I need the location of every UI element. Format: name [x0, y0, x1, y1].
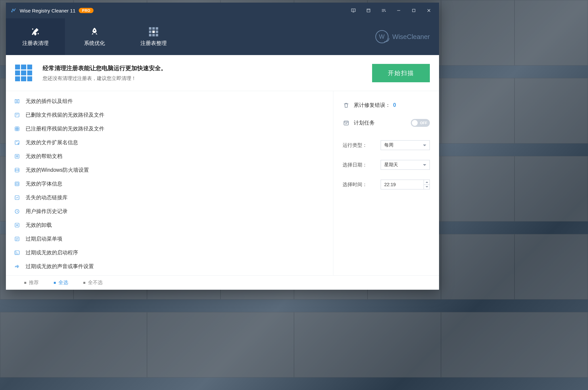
- svg-point-7: [32, 29, 33, 29]
- list-item[interactable]: 无效的字体信息: [6, 177, 333, 191]
- item-label: 无效的卸载: [26, 222, 52, 229]
- minimize-icon[interactable]: [391, 3, 406, 18]
- dropdown-value: 星期天: [384, 162, 398, 168]
- footer-link-label: 推荐: [29, 280, 39, 286]
- list-item[interactable]: 用户操作历史记录: [6, 205, 333, 218]
- list-item[interactable]: 无效的文件扩展名信息: [6, 136, 333, 149]
- scan-banner: 经常清理注册表能让您电脑运行更加快速安全。 您还没有清理过注册表，建议您立即清理…: [6, 55, 439, 91]
- select-time-spinner[interactable]: 22:19: [381, 180, 430, 189]
- category-icon: [14, 249, 20, 256]
- footer-link-select-none[interactable]: 全不选: [83, 280, 103, 286]
- svg-rect-27: [15, 168, 19, 172]
- rocket-icon: [90, 27, 99, 37]
- category-icon: [14, 112, 20, 118]
- item-label: 过期或无效的启动程序: [26, 249, 78, 256]
- brand-logo-icon: W: [375, 30, 388, 43]
- svg-rect-14: [152, 30, 155, 33]
- calendar-check-icon: [343, 119, 350, 127]
- schedule-row: 计划任务 OFF: [343, 115, 430, 130]
- brand-text: WiseCleaner: [392, 33, 430, 41]
- tab-label: 系统优化: [84, 40, 105, 47]
- category-icon: [14, 126, 20, 132]
- list-item[interactable]: 无效的Windows防火墙设置: [6, 163, 333, 177]
- svg-rect-6: [412, 9, 415, 12]
- svg-point-0: [11, 11, 12, 12]
- svg-rect-13: [149, 30, 151, 33]
- svg-rect-22: [15, 127, 19, 131]
- brand: W WiseCleaner: [375, 30, 430, 43]
- footer-link-label: 全不选: [88, 280, 103, 286]
- list-item[interactable]: 无效的卸载: [6, 218, 333, 232]
- list-item[interactable]: 过期启动菜单项: [6, 232, 333, 246]
- tab-system-tuneup[interactable]: 系统优化: [65, 18, 124, 55]
- svg-rect-16: [149, 34, 151, 36]
- item-label: 无效的帮助文档: [26, 153, 62, 160]
- list-item[interactable]: 丢失的动态链接库: [6, 191, 333, 205]
- item-label: 已删除文件残留的无效路径及文件: [26, 112, 104, 119]
- run-type-dropdown[interactable]: 每周: [381, 140, 430, 150]
- spinner-buttons[interactable]: [424, 180, 430, 189]
- app-window: Wise Registry Cleaner 11 PRO: [6, 3, 439, 290]
- svg-rect-10: [149, 27, 151, 29]
- item-label: 无效的字体信息: [26, 181, 62, 187]
- tab-registry-defrag[interactable]: 注册表整理: [124, 18, 183, 55]
- svg-rect-34: [344, 121, 348, 125]
- svg-rect-23: [15, 141, 19, 145]
- app-logo-icon: [10, 8, 16, 13]
- svg-point-24: [18, 143, 19, 144]
- footer-link-recommend[interactable]: 推荐: [24, 280, 39, 286]
- registry-category-list[interactable]: 无效的插件以及组件已删除文件残留的无效路径及文件已注册程序残留的无效路径及文件无…: [6, 91, 333, 275]
- field-run-type: 运行类型： 每周: [343, 140, 430, 150]
- item-label: 用户操作历史记录: [26, 208, 68, 215]
- list-item[interactable]: 无效的帮助文档: [6, 149, 333, 163]
- field-select-time: 选择时间： 22:19: [343, 180, 430, 189]
- menu-icon[interactable]: [376, 3, 391, 18]
- list-item[interactable]: 过期或无效的启动程序: [6, 246, 333, 260]
- list-item[interactable]: 已注册程序残留的无效路径及文件: [6, 122, 333, 136]
- registry-cubes-icon: [15, 65, 32, 82]
- trash-icon: [343, 102, 350, 109]
- titlebar-controls: [346, 3, 436, 18]
- footer-link-select-all[interactable]: 全选: [54, 280, 68, 286]
- category-icon: [14, 153, 20, 160]
- banner-text: 经常清理注册表能让您电脑运行更加快速安全。 您还没有清理过注册表，建议您立即清理…: [43, 64, 167, 82]
- item-label: 丢失的动态链接库: [26, 194, 68, 201]
- pro-badge: PRO: [79, 8, 94, 13]
- feedback-icon[interactable]: [346, 3, 361, 18]
- item-label: 无效的插件以及组件: [26, 98, 73, 105]
- skin-icon[interactable]: [361, 3, 376, 18]
- svg-rect-18: [156, 34, 158, 36]
- svg-rect-25: [15, 154, 19, 158]
- banner-headline: 经常清理注册表能让您电脑运行更加快速安全。: [43, 64, 167, 72]
- schedule-toggle[interactable]: OFF: [411, 119, 430, 127]
- category-icon: [14, 222, 20, 228]
- tab-label: 注册表整理: [140, 40, 167, 47]
- field-label: 选择日期：: [343, 162, 367, 168]
- grid-icon: [149, 27, 158, 37]
- list-item[interactable]: 无效的插件以及组件: [6, 94, 333, 108]
- list-item[interactable]: 已删除文件残留的无效路径及文件: [6, 108, 333, 122]
- maximize-icon[interactable]: [406, 3, 421, 18]
- start-scan-button[interactable]: 开始扫描: [372, 64, 430, 82]
- svg-point-3: [353, 10, 354, 10]
- item-label: 无效的Windows防火墙设置: [26, 167, 89, 174]
- item-label: 过期启动菜单项: [26, 236, 62, 243]
- stat-fixed-errors: 累计修复错误： 0: [343, 98, 430, 113]
- svg-point-2: [353, 10, 353, 10]
- brand-letter: W: [379, 33, 385, 40]
- field-select-date: 选择日期： 星期天: [343, 160, 430, 170]
- category-icon: [14, 208, 20, 215]
- svg-point-26: [16, 155, 18, 157]
- tab-registry-clean[interactable]: 注册表清理: [6, 18, 65, 55]
- footer-selection-bar: 推荐 全选 全不选: [6, 275, 439, 290]
- item-label: 已注册程序残留的无效路径及文件: [26, 126, 104, 132]
- svg-rect-20: [18, 100, 19, 103]
- svg-rect-5: [367, 9, 370, 12]
- select-date-dropdown[interactable]: 星期天: [381, 160, 430, 170]
- tab-label: 注册表清理: [22, 40, 49, 47]
- schedule-label: 计划任务: [354, 120, 375, 127]
- toggle-text: OFF: [420, 121, 427, 125]
- close-icon[interactable]: [421, 3, 436, 18]
- svg-rect-28: [15, 182, 19, 186]
- list-item[interactable]: 过期或无效的声音或事件设置: [6, 260, 333, 273]
